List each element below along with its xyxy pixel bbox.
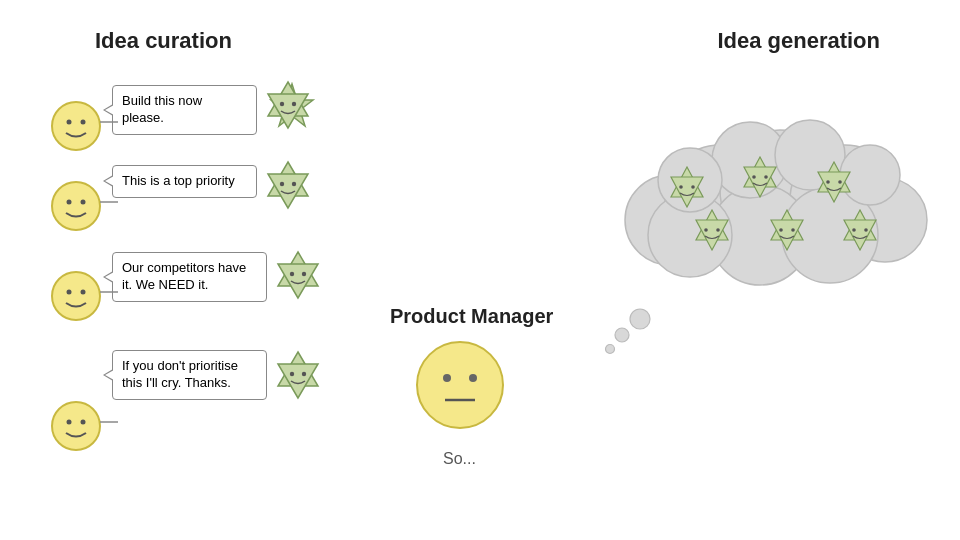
bubble-2: This is a top priority [112,165,257,198]
thought-cloud [590,60,930,290]
bubble-4: If you don't prioritise this I'll cry. T… [112,350,267,400]
face-2 [50,180,102,232]
svg-point-5 [280,102,284,106]
svg-point-71 [630,309,650,329]
svg-point-66 [791,228,795,232]
face-4 [50,400,102,452]
svg-point-75 [443,374,451,382]
svg-point-13 [280,182,284,186]
idea-generation-title: Idea generation [717,28,880,54]
face-3 [50,270,102,322]
svg-point-32 [67,420,72,425]
svg-point-23 [52,272,100,320]
svg-point-21 [290,272,294,276]
svg-point-73 [606,345,615,354]
star-icon-2 [262,158,314,214]
line-1 [100,118,118,126]
svg-point-30 [302,372,306,376]
svg-point-72 [615,328,629,342]
idea-curation-title: Idea curation [95,28,232,54]
svg-point-9 [81,120,86,125]
line-4 [100,418,118,426]
svg-point-65 [779,228,783,232]
so-label: So... [443,450,476,468]
svg-point-8 [67,120,72,125]
svg-point-74 [417,342,503,428]
star-icon-4 [272,348,324,404]
pm-face [415,340,505,430]
svg-point-31 [52,402,100,450]
star-icon-3 [272,248,324,304]
svg-point-16 [67,200,72,205]
bubble-3: Our competitors have it. We NEED it. [112,252,267,302]
svg-point-76 [469,374,477,382]
product-manager-label: Product Manager [390,305,553,328]
svg-point-53 [752,175,756,179]
svg-point-22 [302,272,306,276]
svg-point-58 [838,180,842,184]
svg-point-62 [716,228,720,232]
svg-point-61 [704,228,708,232]
bubble-1: Build this now please. [112,85,257,135]
svg-point-54 [764,175,768,179]
face-1 [50,100,102,152]
svg-point-7 [52,102,100,150]
svg-point-29 [290,372,294,376]
svg-point-69 [852,228,856,232]
svg-point-24 [67,290,72,295]
svg-point-57 [826,180,830,184]
svg-point-49 [679,185,683,189]
svg-point-6 [292,102,296,106]
svg-point-33 [81,420,86,425]
svg-point-25 [81,290,86,295]
svg-point-17 [81,200,86,205]
star-icon-1 [262,78,314,134]
svg-point-14 [292,182,296,186]
svg-point-15 [52,182,100,230]
line-2 [100,198,118,206]
line-3 [100,288,118,296]
svg-point-50 [691,185,695,189]
svg-point-70 [864,228,868,232]
thought-dots [598,305,658,355]
